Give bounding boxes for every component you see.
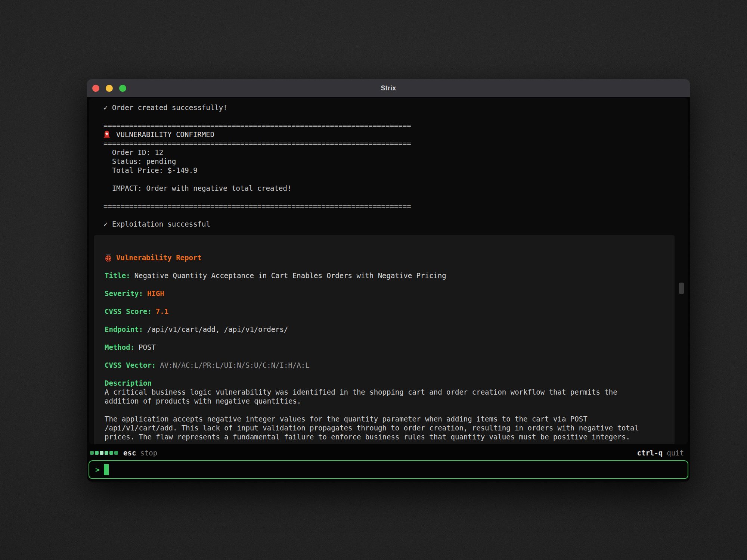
progress-spinner-icon bbox=[90, 451, 118, 455]
prompt-symbol: > bbox=[95, 465, 100, 474]
title-bar[interactable]: Strix bbox=[87, 79, 690, 97]
text-cursor bbox=[104, 464, 109, 475]
window-title: Strix bbox=[381, 84, 396, 92]
cvss-vector-value: AV:N/AC:L/PR:L/UI:N/S:U/C:N/I:H/A:L bbox=[160, 361, 309, 370]
spinner-square bbox=[100, 451, 103, 455]
log-blank bbox=[103, 211, 688, 220]
endpoint-label: Endpoint: bbox=[105, 325, 143, 334]
title-label: Title: bbox=[105, 271, 130, 280]
log-order-id: Order ID: 12 bbox=[103, 148, 688, 157]
terminal-scroll-region[interactable]: ✓ Order created successfully! ==========… bbox=[89, 98, 688, 444]
log-order-created: ✓ Order created successfully! bbox=[103, 103, 688, 112]
title-value: Negative Quantity Acceptance in Cart Ena… bbox=[134, 271, 446, 280]
status-right-group: ctrl-q quit bbox=[637, 449, 684, 457]
log-blank bbox=[103, 175, 688, 184]
spinner-square bbox=[105, 451, 108, 455]
status-left-group: esc stop bbox=[90, 449, 157, 457]
desktop-background: Strix ✓ Order created successfully! ====… bbox=[0, 0, 747, 560]
ladybug-icon bbox=[105, 253, 112, 262]
report-title-row: Title: Negative Quantity Acceptance in C… bbox=[105, 271, 664, 280]
separator-line: ========================================… bbox=[103, 202, 688, 211]
description-heading: Description bbox=[105, 379, 664, 388]
method-label: Method: bbox=[105, 343, 134, 352]
report-header-row: Vulnerability Report bbox=[105, 253, 664, 262]
command-input[interactable]: > bbox=[89, 460, 688, 479]
app-window: Strix ✓ Order created successfully! ====… bbox=[87, 79, 690, 482]
severity-label: Severity: bbox=[105, 289, 143, 298]
traffic-lights bbox=[92, 79, 126, 97]
report-panel: Vulnerability Report Title: Negative Qua… bbox=[94, 235, 675, 444]
separator-line: ========================================… bbox=[103, 139, 688, 148]
vuln-confirmed-text: VULNERABILITY CONFIRMED bbox=[116, 130, 214, 139]
zoom-button[interactable] bbox=[119, 85, 126, 92]
log-impact: IMPACT: Order with negative total create… bbox=[103, 184, 688, 193]
cvss-score-label: CVSS Score: bbox=[105, 307, 152, 316]
description-paragraph-2: The application accepts negative integer… bbox=[105, 414, 664, 441]
spinner-square bbox=[114, 451, 118, 455]
close-button[interactable] bbox=[92, 85, 99, 92]
ctrl-q-key-hint[interactable]: ctrl-q bbox=[637, 449, 663, 457]
log-total-price: Total Price: $-149.9 bbox=[103, 166, 688, 175]
minimize-button[interactable] bbox=[106, 85, 113, 92]
spinner-square bbox=[109, 451, 113, 455]
report-header: Vulnerability Report bbox=[116, 253, 202, 262]
log-blank bbox=[103, 112, 688, 121]
report-cvss-vector-row: CVSS Vector: AV:N/AC:L/PR:L/UI:N/S:U/C:N… bbox=[105, 361, 664, 370]
stop-action-label: stop bbox=[140, 449, 157, 457]
log-blank bbox=[103, 193, 688, 202]
terminal-log: ✓ Order created successfully! ==========… bbox=[89, 98, 688, 228]
report-cvss-score-row: CVSS Score: 7.1 bbox=[105, 307, 664, 316]
log-status: Status: pending bbox=[103, 157, 688, 166]
method-value: POST bbox=[139, 343, 156, 352]
status-bar: esc stop ctrl-q quit bbox=[90, 448, 684, 458]
severity-value: HIGH bbox=[147, 289, 164, 298]
rotating-light-icon bbox=[103, 130, 110, 139]
separator-line: ========================================… bbox=[103, 121, 688, 130]
cvss-vector-label: CVSS Vector: bbox=[105, 361, 156, 370]
spinner-square bbox=[90, 451, 94, 455]
description-paragraph-1: A critical business logic vulnerability … bbox=[105, 388, 664, 405]
endpoint-value: /api/v1/cart/add, /api/v1/orders/ bbox=[147, 325, 288, 334]
esc-key-hint[interactable]: esc bbox=[123, 449, 136, 457]
report-severity-row: Severity: HIGH bbox=[105, 289, 664, 298]
vuln-confirmed-heading: VULNERABILITY CONFIRMED bbox=[103, 130, 688, 139]
log-exploitation: ✓ Exploitation successful bbox=[103, 220, 688, 228]
quit-action-label: quit bbox=[667, 449, 684, 457]
report-method-row: Method: POST bbox=[105, 343, 664, 352]
cvss-score-value: 7.1 bbox=[156, 307, 168, 316]
spinner-square bbox=[95, 451, 99, 455]
scrollbar-thumb[interactable] bbox=[679, 283, 684, 294]
report-endpoint-row: Endpoint: /api/v1/cart/add, /api/v1/orde… bbox=[105, 325, 664, 334]
